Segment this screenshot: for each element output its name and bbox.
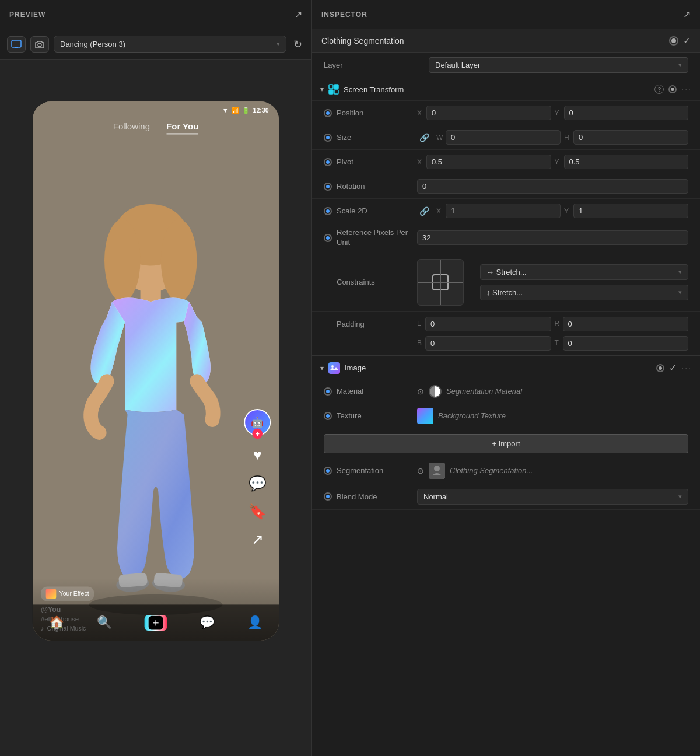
profile-nav-icon[interactable]: 👤 [247,615,262,630]
position-y-input[interactable]: 0 [564,106,689,120]
bottom-nav: 🏠 🔍 ＋ 💬 👤 [33,604,279,640]
size-inputs: W 0 H 0 [436,130,688,145]
pivot-x-label: X [417,158,424,166]
pivot-y-input[interactable]: 0.5 [564,155,689,169]
create-nav-button[interactable]: ＋ [145,615,167,631]
rotation-input[interactable]: 0 [417,179,688,194]
size-radio[interactable] [324,134,332,142]
svg-rect-15 [334,85,338,89]
screen-transform-header: ▾ Screen Transform ? ··· [312,78,700,101]
segmentation-preview [429,463,445,479]
material-radio[interactable] [324,387,332,396]
import-button[interactable]: + Import [324,434,688,453]
constraints-widget[interactable] [417,259,464,306]
pivot-y-label: Y [555,158,562,166]
avatar[interactable]: 🤖 + [244,409,271,436]
pivot-y-group: Y 0.5 [555,155,689,169]
scale2d-inputs: X 1 Y 1 [436,204,688,218]
home-nav-icon[interactable]: 🏠 [49,615,64,630]
st-collapse-icon[interactable]: ▾ [320,85,324,93]
size-h-input[interactable]: 0 [573,130,688,145]
scale2d-y-input[interactable]: 1 [573,204,688,218]
padding-section: Padding L 0 R 0 B [312,312,700,355]
position-x-group: X 0 [417,106,551,120]
blend-mode-dropdown[interactable]: Normal ▾ [417,489,688,505]
image-collapse-icon[interactable]: ▾ [320,364,324,372]
refpixels-label: Reference Pixels Per Unit [337,228,412,248]
layer-dropdown-value: Default Layer [435,61,480,69]
camera-button[interactable] [30,36,49,52]
like-icon[interactable]: ♥ [253,447,262,463]
scale2d-link-icon[interactable]: 🔗 [419,206,429,216]
size-link-icon[interactable]: 🔗 [419,133,429,142]
padding-t-input[interactable]: 0 [563,336,689,351]
padding-bt-inputs: B 0 T 0 [417,336,688,351]
material-row: Material ⊙ Segmentation Material [312,380,700,403]
search-nav-icon[interactable]: 🔍 [97,615,112,630]
segmentation-radio[interactable] [324,467,332,475]
inspector-panel: INSPECTOR ↗ Clothing Segmentation ✓ Laye… [312,0,700,756]
padding-l-input[interactable]: 0 [425,317,551,331]
image-radio[interactable] [656,364,664,372]
h-stretch-dropdown[interactable]: ↔ Stretch... ▾ [480,264,688,280]
effect-badge[interactable]: Your Effect [41,587,94,601]
blend-mode-value: Normal [424,492,448,501]
st-section-name: Screen Transform [344,85,650,94]
st-radio[interactable] [668,85,677,93]
following-tab[interactable]: Following [113,122,150,134]
bookmark-icon[interactable]: 🔖 [249,503,267,520]
svg-rect-16 [329,90,333,94]
rotation-radio[interactable] [324,183,332,191]
svg-point-7 [104,219,141,302]
component-check-icon[interactable]: ✓ [683,35,691,46]
image-more-icon[interactable]: ··· [681,363,692,373]
layer-label: Layer [324,61,429,69]
position-inputs: X 0 Y 0 [417,106,688,120]
scale2d-x-input[interactable]: 1 [446,204,561,218]
phone-preview-area: ▼ 📶 🔋 12:30 Following For You 🤖 + ♥ [0,60,312,756]
rotation-label: Rotation [337,182,412,191]
refresh-button[interactable]: ↻ [291,36,304,53]
inspector-export-icon[interactable]: ↗ [683,9,691,20]
padding-r-input[interactable]: 0 [563,317,689,331]
layer-dropdown[interactable]: Default Layer ▾ [429,57,688,73]
size-w-input[interactable]: 0 [446,130,561,145]
follow-plus-icon[interactable]: + [252,429,262,439]
image-section-name: Image [345,363,652,372]
position-radio[interactable] [324,109,332,117]
scene-label: Dancing (Person 3) [60,40,125,48]
st-more-icon[interactable]: ··· [681,85,692,94]
pivot-x-input[interactable]: 0.5 [426,155,551,169]
st-help-icon[interactable]: ? [654,85,664,94]
padding-bt-row: B 0 T 0 [312,334,700,353]
refpixels-input[interactable]: 32 [417,230,688,245]
refpixels-radio[interactable] [324,234,332,242]
pivot-inputs: X 0.5 Y 0.5 [417,155,688,169]
component-bar: Clothing Segmentation ✓ [312,29,700,52]
position-x-input[interactable]: 0 [426,106,551,120]
scene-chevron-icon: ▾ [276,40,280,48]
padding-b-input[interactable]: 0 [425,336,551,351]
comment-icon[interactable]: 💬 [249,475,267,492]
inbox-nav-icon[interactable]: 💬 [200,615,215,630]
component-active-radio[interactable] [669,36,678,46]
scene-dropdown[interactable]: Dancing (Person 3) ▾ [54,36,286,52]
texture-label: Texture [337,411,412,420]
create-plus-icon: ＋ [149,615,163,629]
st-section-actions: ? ··· [654,85,692,94]
blend-mode-radio[interactable] [324,492,332,501]
for-you-tab[interactable]: For You [166,122,198,134]
share-icon[interactable]: ↗ [251,531,263,548]
image-check-icon[interactable]: ✓ [669,362,677,373]
preview-export-icon[interactable]: ↗ [295,9,302,20]
monitor-toggle-button[interactable] [7,36,26,52]
texture-radio[interactable] [324,412,332,420]
v-stretch-dropdown[interactable]: ↕ Stretch... ▾ [480,285,688,300]
scale2d-radio[interactable] [324,207,332,215]
size-h-group: H 0 [564,130,688,145]
pivot-radio[interactable] [324,158,332,166]
segmentation-row: Segmentation ⊙ Clothing Segmentation... [312,458,700,484]
size-row: Size 🔗 W 0 H 0 [312,125,700,150]
status-bar: ▼ 📶 🔋 12:30 [33,102,279,120]
padding-b-label: B [417,339,423,347]
